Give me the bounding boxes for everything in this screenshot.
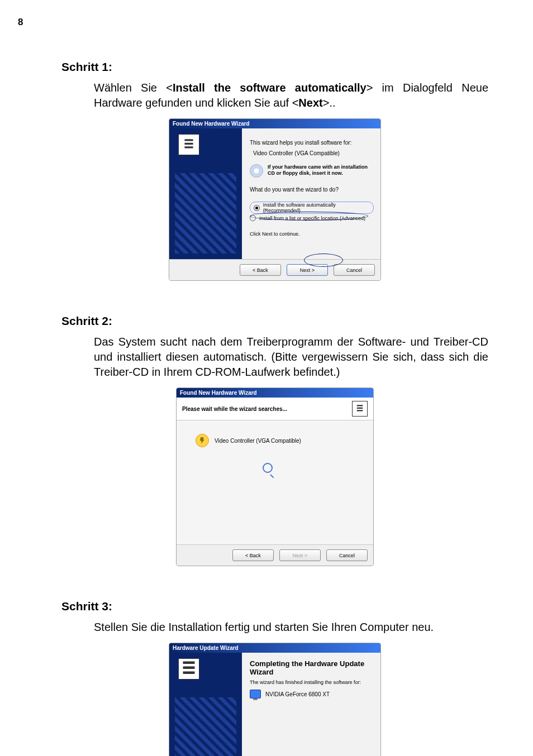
searching-header-text: Please wait while the wizard searches... — [182, 406, 287, 412]
click-next-text: Click Next to continue. — [250, 231, 374, 237]
hardware-icon — [178, 134, 199, 155]
screenshot-step-1: Found New Hardware Wizard This wizard he… — [61, 118, 488, 281]
dialog-title: Found New Hardware Wizard — [169, 119, 380, 128]
wizard-side-art — [169, 653, 242, 756]
wizard-question: What do you want the wizard to do? — [250, 186, 374, 193]
completing-heading: Completing the Hardware Update Wizard — [250, 659, 373, 676]
option-install-automatically[interactable]: Install the software automatically (Reco… — [250, 202, 374, 214]
finished-text: The wizard has finished installing the s… — [250, 680, 373, 685]
radio-unselected-icon — [250, 215, 256, 221]
device-name: Video Controller (VGA Compatible) — [215, 438, 301, 444]
text-bold: Install the software automatically — [173, 82, 367, 94]
hardware-icon — [352, 401, 368, 417]
cd-tip-text: If your hardware came with an installati… — [268, 164, 374, 177]
document-page: 8 Schritt 1: Wählen Sie <Install the sof… — [0, 0, 533, 756]
radio-selected-icon — [254, 205, 260, 211]
cancel-button[interactable]: Cancel — [334, 264, 375, 276]
text-bold: Next — [298, 97, 322, 109]
wizard-side-art — [169, 128, 242, 259]
back-button[interactable]: < Back — [232, 549, 274, 561]
wizard-intro-text: This wizard helps you install software f… — [250, 140, 374, 146]
back-button[interactable]: < Back — [240, 264, 281, 276]
cd-icon — [250, 164, 263, 178]
option-install-from-list[interactable]: Install from a list or specific location… — [250, 215, 374, 221]
page-number: 8 — [18, 17, 23, 28]
text: Wählen Sie < — [94, 82, 173, 94]
cancel-button[interactable]: Cancel — [326, 549, 368, 561]
magnifier-icon — [263, 463, 276, 476]
found-new-hardware-wizard-dialog: Found New Hardware Wizard This wizard he… — [169, 118, 381, 281]
screenshot-step-2: Found New Hardware Wizard Please wait wh… — [61, 387, 488, 566]
heading-step-1: Schritt 1: — [61, 60, 488, 74]
option-label: Install the software automatically (Reco… — [263, 202, 370, 213]
installed-device-name: NVIDIA GeForce 6800 XT — [265, 691, 330, 697]
next-button[interactable]: Next > — [287, 264, 328, 276]
screenshot-step-3: Hardware Update Wizard Completing the Ha… — [61, 643, 488, 756]
paragraph-step-1: Wählen Sie <Install the software automat… — [94, 80, 488, 111]
text: >.. — [323, 97, 336, 109]
heading-step-2: Schritt 2: — [61, 314, 488, 328]
hardware-update-wizard-dialog: Hardware Update Wizard Completing the Ha… — [169, 643, 381, 756]
detected-device: Video Controller (VGA Compatible) — [253, 150, 374, 156]
next-button: Next > — [279, 549, 321, 561]
dialog-title: Hardware Update Wizard — [169, 643, 380, 653]
dialog-title: Found New Hardware Wizard — [177, 388, 373, 398]
monitor-icon — [250, 690, 261, 698]
hardware-icon — [178, 658, 199, 680]
paragraph-step-2: Das System sucht nach dem Treiberprogram… — [94, 334, 488, 380]
option-label: Install from a list or specific location… — [259, 216, 365, 221]
flashlight-icon — [196, 434, 209, 447]
found-new-hardware-wizard-searching-dialog: Found New Hardware Wizard Please wait wh… — [176, 387, 374, 566]
paragraph-step-3: Stellen Sie die Installation fertig und … — [94, 620, 488, 635]
heading-step-3: Schritt 3: — [61, 600, 488, 613]
